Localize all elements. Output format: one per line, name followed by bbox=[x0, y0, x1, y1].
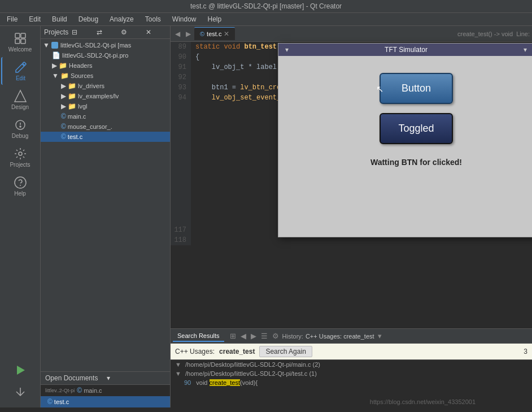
modal-title-text: TFT Simulator bbox=[291, 46, 521, 54]
tree-pro-file[interactable]: 📄 littlevGL-SDL2-Qt-pi.pro bbox=[41, 50, 170, 60]
sim-toggled-label: Toggled bbox=[398, 123, 434, 135]
tree-sources-label: Sources bbox=[71, 72, 93, 79]
sidebar-projects-label: Projects bbox=[10, 162, 30, 168]
icon-sidebar: Welcome Edit Design Debug Projects Help bbox=[0, 26, 41, 407]
menu-window[interactable]: Window bbox=[170, 14, 199, 24]
close-panel-icon[interactable]: ✕ bbox=[145, 28, 167, 36]
sim-waiting-text: Watting BTN for clicked! bbox=[370, 158, 462, 167]
open-docs-header: Open Documents ▾ bbox=[41, 371, 170, 385]
open-docs-menu-icon[interactable]: ▾ bbox=[106, 374, 166, 382]
tree-test-c[interactable]: © test.c bbox=[41, 132, 170, 142]
tree-lv-examples[interactable]: ▶ 📁 lv_examples/lv bbox=[41, 91, 170, 101]
menu-tools[interactable]: Tools bbox=[143, 14, 163, 24]
tree-headers-label: Headers bbox=[69, 62, 93, 69]
menu-file[interactable]: File bbox=[5, 14, 20, 24]
sync-icon[interactable]: ⇄ bbox=[95, 28, 117, 36]
sim-button[interactable]: ↖ Button bbox=[380, 73, 453, 104]
modal-controls-left: ▾ bbox=[283, 46, 291, 54]
sidebar-debug-label: Debug bbox=[12, 133, 28, 139]
modal-body: ↖ Button Toggled Watting BTN for clicked… bbox=[278, 56, 532, 237]
tree-main-c[interactable]: © main.c bbox=[41, 111, 170, 122]
title-bar: test.c @ littlevGL-SDL2-Qt-pi [master] -… bbox=[0, 0, 532, 13]
tree-lvgl[interactable]: ▶ 📁 lvgl bbox=[41, 101, 170, 111]
svg-point-8 bbox=[19, 152, 22, 155]
svg-rect-0 bbox=[15, 33, 20, 38]
svg-point-9 bbox=[15, 177, 26, 188]
settings-icon[interactable]: ⚙ bbox=[120, 28, 142, 36]
sidebar-step[interactable] bbox=[1, 381, 40, 403]
svg-marker-11 bbox=[17, 366, 25, 375]
tree-project-label: littlevGL-SDL2-Qt-pi [mas bbox=[60, 42, 131, 49]
modal-dropdown-btn[interactable]: ▾ bbox=[283, 46, 291, 54]
project-panel: Projects ⊟ ⇄ ⚙ ✕ ▼ littlevGL-SDL2-Qt-pi … bbox=[41, 26, 171, 407]
svg-point-7 bbox=[20, 126, 21, 127]
menu-analyze[interactable]: Analyze bbox=[107, 14, 136, 24]
sidebar-edit-label: Edit bbox=[16, 75, 25, 81]
cursor-icon: ↖ bbox=[376, 83, 383, 94]
menu-build[interactable]: Build bbox=[50, 14, 69, 24]
tree-headers-folder[interactable]: ▶ 📁 Headers bbox=[41, 60, 170, 71]
menu-bar: File Edit Build Debug Analyze Tools Wind… bbox=[0, 13, 532, 26]
sidebar-welcome-label: Welcome bbox=[8, 46, 32, 53]
open-doc-main-label: main.c bbox=[84, 387, 102, 394]
svg-rect-1 bbox=[21, 33, 25, 38]
projects-label: Projects bbox=[44, 28, 68, 36]
tree-mouse-cursor-label: mouse_cursor_. bbox=[68, 123, 112, 130]
tree-sources-folder[interactable]: ▼ 📁 Sources bbox=[41, 71, 170, 81]
modal-minimize-btn[interactable]: ▾ bbox=[521, 46, 529, 54]
open-doc-test-c[interactable]: © test.c bbox=[41, 396, 170, 407]
project-tree: ▼ littlevGL-SDL2-Qt-pi [mas 📄 littlevGL-… bbox=[41, 39, 170, 371]
tree-lv-examples-label: lv_examples/lv bbox=[78, 93, 119, 99]
sidebar-help[interactable]: Help bbox=[1, 172, 40, 200]
sim-toggled-button[interactable]: Toggled bbox=[380, 113, 453, 144]
svg-rect-3 bbox=[21, 39, 25, 44]
tft-modal: ▾ TFT Simulator ▾ ▴ ✕ ↖ Button Tog bbox=[278, 43, 532, 237]
open-docs-label: Open Documents bbox=[45, 374, 103, 382]
sidebar-projects[interactable]: Projects bbox=[1, 144, 40, 171]
modal-controls-right: ▾ ▴ ✕ bbox=[521, 46, 532, 54]
sidebar-help-label: Help bbox=[14, 190, 26, 197]
menu-debug[interactable]: Debug bbox=[76, 14, 101, 24]
tree-lv-drivers[interactable]: ▶ 📁 lv_drivers bbox=[41, 81, 170, 91]
title-text: test.c @ littlevGL-SDL2-Qt-pi [master] -… bbox=[190, 2, 342, 10]
sidebar-design-label: Design bbox=[11, 104, 29, 110]
tree-test-c-label: test.c bbox=[68, 133, 82, 140]
sidebar-edit[interactable]: Edit bbox=[1, 57, 40, 85]
modal-title-bar: ▾ TFT Simulator ▾ ▴ ✕ bbox=[278, 44, 532, 56]
tree-lv-drivers-label: lv_drivers bbox=[78, 83, 104, 89]
open-doc-prefix-main: littlev..2-Qt-pi bbox=[45, 388, 75, 393]
tree-mouse-cursor[interactable]: © mouse_cursor_. bbox=[41, 122, 170, 132]
svg-marker-4 bbox=[15, 90, 26, 102]
sidebar-run-debug[interactable] bbox=[1, 360, 40, 381]
tree-pro-file-label: littlevGL-SDL2-Qt-pi.pro bbox=[62, 52, 128, 59]
menu-edit[interactable]: Edit bbox=[27, 14, 43, 24]
sim-button-label: Button bbox=[402, 83, 431, 94]
sidebar-design[interactable]: Design bbox=[1, 86, 40, 114]
tree-project-root[interactable]: ▼ littlevGL-SDL2-Qt-pi [mas bbox=[41, 40, 170, 50]
editor-area: ◀ ▶ © test.c ✕ create_test() -> void Lin… bbox=[171, 26, 532, 407]
menu-help[interactable]: Help bbox=[206, 14, 224, 24]
svg-rect-2 bbox=[15, 39, 20, 44]
open-doc-main-c[interactable]: littlev..2-Qt-pi © main.c bbox=[41, 385, 170, 396]
filter-icon[interactable]: ⊟ bbox=[71, 28, 93, 36]
project-header: Projects ⊟ ⇄ ⚙ ✕ bbox=[41, 26, 170, 39]
sidebar-debug[interactable]: Debug bbox=[1, 115, 40, 142]
modal-overlay: ▾ TFT Simulator ▾ ▴ ✕ ↖ Button Tog bbox=[171, 26, 532, 407]
sidebar-welcome[interactable]: Welcome bbox=[1, 28, 40, 56]
main-layout: Welcome Edit Design Debug Projects Help bbox=[0, 26, 532, 407]
tree-lvgl-label: lvgl bbox=[78, 103, 88, 110]
open-doc-test-label: test.c bbox=[54, 398, 69, 405]
open-docs-list: littlev..2-Qt-pi © main.c © test.c bbox=[41, 385, 170, 407]
tree-main-c-label: main.c bbox=[68, 113, 86, 120]
